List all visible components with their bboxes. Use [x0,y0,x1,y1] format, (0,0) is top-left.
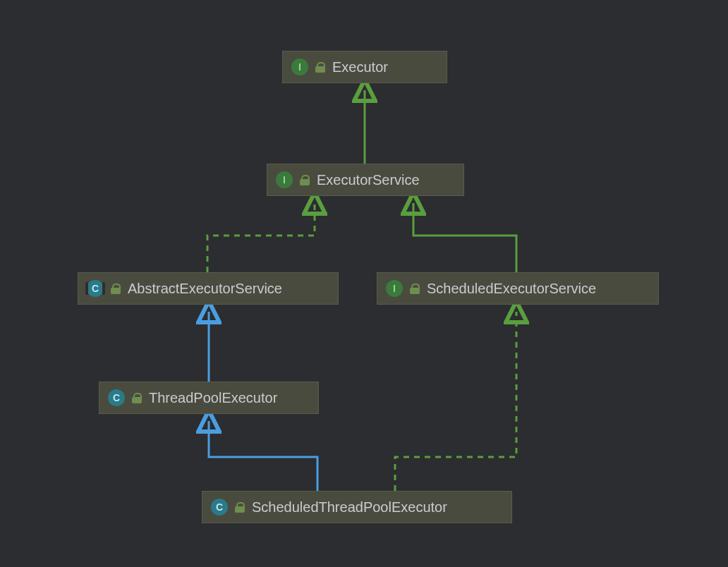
node-scheduledthreadpoolexecutor[interactable]: C ScheduledThreadPoolExecutor [202,491,512,523]
interface-icon: I [291,59,308,75]
node-scheduledexecutorservice[interactable]: I ScheduledExecutorService [377,272,659,305]
lock-icon [235,502,245,512]
edge-abstractexecutorservice-executorservice [207,203,315,272]
node-executorservice[interactable]: I ExecutorService [267,164,464,196]
node-label: Executor [332,59,388,75]
node-label: ScheduledExecutorService [427,281,596,297]
edge-scheduledthreadpoolexecutor-scheduledexecutorservice [395,312,516,491]
interface-icon: I [276,171,293,188]
edge-scheduledexecutorservice-executorservice [413,203,516,272]
node-executor[interactable]: I Executor [282,51,447,83]
class-icon: C [108,389,125,406]
node-threadpoolexecutor[interactable]: C ThreadPoolExecutor [99,382,319,414]
node-label: ScheduledThreadPoolExecutor [252,499,447,516]
interface-icon: I [386,280,403,297]
edge-scheduledthreadpoolexecutor-threadpoolexecutor [209,421,317,491]
lock-icon [315,62,325,72]
lock-icon [300,175,310,185]
node-label: ExecutorService [317,172,420,188]
diagram-canvas: I Executor I ExecutorService C AbstractE… [0,0,728,567]
lock-icon [111,284,121,293]
node-label: AbstractExecutorService [128,281,282,297]
lock-icon [410,284,420,293]
node-abstractexecutorservice[interactable]: C AbstractExecutorService [78,272,339,305]
node-label: ThreadPoolExecutor [149,390,277,406]
class-icon: C [211,499,228,516]
abstract-class-icon: C [87,280,104,297]
lock-icon [132,393,142,403]
